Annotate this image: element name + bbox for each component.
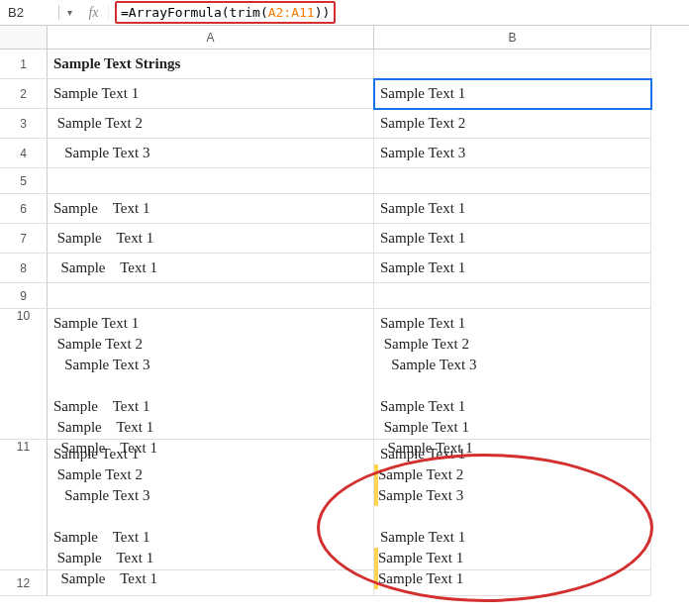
row-header-12[interactable]: 12 <box>0 570 48 596</box>
cell-b9[interactable] <box>374 283 651 309</box>
cell-a5[interactable] <box>48 168 374 194</box>
row-8: 8 Sample Text 1 Sample Text 1 <box>0 254 689 283</box>
cell-a2[interactable]: Sample Text 1 <box>48 79 374 109</box>
column-header-row: A B <box>0 26 689 50</box>
cell-a10[interactable]: Sample Text 1 Sample Text 2 Sample Text … <box>48 309 374 440</box>
select-all-corner[interactable] <box>0 26 48 50</box>
row-10: 10 Sample Text 1 Sample Text 2 Sample Te… <box>0 309 689 440</box>
row-9: 9 <box>0 283 689 309</box>
name-box-dropdown-icon[interactable]: ▾ <box>59 7 79 18</box>
cell-b2[interactable]: Sample Text 1 <box>374 79 651 109</box>
formula-text: =ArrayFormula(trim(A2:A11)) <box>115 1 336 24</box>
formula-input[interactable]: =ArrayFormula(trim(A2:A11)) <box>109 1 689 24</box>
row-header-1[interactable]: 1 <box>0 50 48 79</box>
row-5: 5 <box>0 168 689 194</box>
row-header-5[interactable]: 5 <box>0 168 48 194</box>
cell-a1[interactable]: Sample Text Strings <box>48 50 374 79</box>
cell-a7[interactable]: Sample Text 1 <box>48 224 374 254</box>
row-4: 4 Sample Text 3 Sample Text 3 <box>0 139 689 168</box>
cell-b11-line: Sample Text 2 <box>374 464 650 485</box>
cell-a11[interactable]: Sample Text 1 Sample Text 2 Sample Text … <box>48 440 374 570</box>
cell-b8[interactable]: Sample Text 1 <box>374 254 651 283</box>
row-header-8[interactable]: 8 <box>0 254 48 283</box>
cell-b11-line <box>374 506 650 527</box>
row-header-3[interactable]: 3 <box>0 109 48 139</box>
cell-b6[interactable]: Sample Text 1 <box>374 194 651 224</box>
cell-text: Sample Text 3 <box>378 485 463 506</box>
row-header-6[interactable]: 6 <box>0 194 48 224</box>
column-header-b[interactable]: B <box>374 26 651 50</box>
cell-text: Sample Text 1 <box>380 527 465 548</box>
row-2: 2 Sample Text 1 Sample Text 1 <box>0 79 689 109</box>
cell-b10[interactable]: Sample Text 1 Sample Text 2 Sample Text … <box>374 309 651 440</box>
cell-b4[interactable]: Sample Text 3 <box>374 139 651 168</box>
row-7: 7 Sample Text 1 Sample Text 1 <box>0 224 689 254</box>
cell-b11[interactable]: Sample Text 1Sample Text 2Sample Text 3 … <box>374 440 651 570</box>
cell-reference-box[interactable]: B2 <box>0 5 59 20</box>
cell-b3[interactable]: Sample Text 2 <box>374 109 651 139</box>
row-header-10[interactable]: 10 <box>0 309 48 440</box>
cell-b11-line: Sample Text 1 <box>374 527 650 548</box>
cell-b11-line: Sample Text 3 <box>374 485 650 506</box>
cell-text: Sample Text 2 <box>378 464 463 485</box>
spreadsheet-grid: A B 1 Sample Text Strings 2 Sample Text … <box>0 26 689 596</box>
cell-text: Sample Text 1 <box>378 548 463 568</box>
row-3: 3 Sample Text 2 Sample Text 2 <box>0 109 689 139</box>
cell-b12[interactable] <box>374 570 651 596</box>
row-header-11[interactable]: 11 <box>0 440 48 570</box>
fx-label: fx <box>79 5 109 21</box>
cell-a9[interactable] <box>48 283 374 309</box>
row-11: 11 Sample Text 1 Sample Text 2 Sample Te… <box>0 440 689 570</box>
cell-b5[interactable] <box>374 168 651 194</box>
cell-a12[interactable] <box>48 570 374 596</box>
cell-a6[interactable]: Sample Text 1 <box>48 194 374 224</box>
cell-b1[interactable] <box>374 50 651 79</box>
cell-a4[interactable]: Sample Text 3 <box>48 139 374 168</box>
cell-a3[interactable]: Sample Text 2 <box>48 109 374 139</box>
row-header-9[interactable]: 9 <box>0 283 48 309</box>
row-header-2[interactable]: 2 <box>0 79 48 109</box>
formula-bar: B2 ▾ fx =ArrayFormula(trim(A2:A11)) <box>0 0 689 26</box>
cell-b7[interactable]: Sample Text 1 <box>374 224 651 254</box>
column-header-a[interactable]: A <box>48 26 374 50</box>
cell-b11-line: Sample Text 1 <box>374 548 650 568</box>
row-1: 1 Sample Text Strings <box>0 50 689 79</box>
row-6: 6 Sample Text 1 Sample Text 1 <box>0 194 689 224</box>
row-12: 12 <box>0 570 689 596</box>
row-header-4[interactable]: 4 <box>0 139 48 168</box>
cell-b11-line: Sample Text 1 <box>374 444 650 464</box>
cell-a8[interactable]: Sample Text 1 <box>48 254 374 283</box>
cell-text: Sample Text 1 <box>380 444 465 464</box>
cell-text <box>380 506 384 527</box>
row-header-7[interactable]: 7 <box>0 224 48 254</box>
